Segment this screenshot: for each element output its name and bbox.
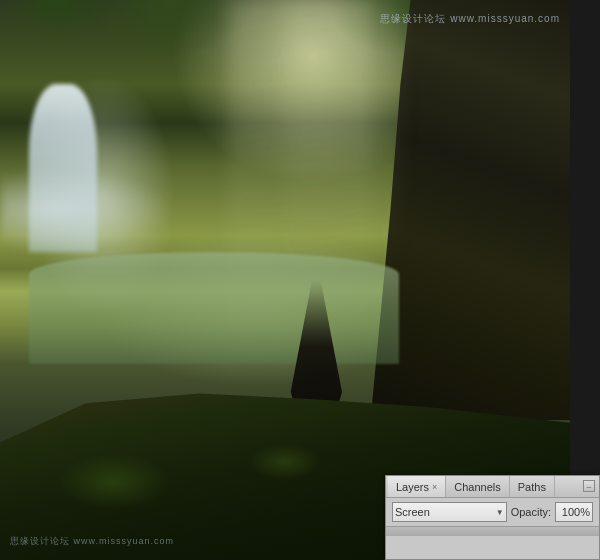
tab-layers[interactable]: Layers ×: [388, 476, 446, 497]
blend-mode-value: Screen: [395, 506, 430, 518]
minimize-icon: –: [587, 482, 591, 491]
water-pool: [29, 252, 400, 364]
opacity-value: 100%: [562, 506, 590, 518]
watermark-bottom: 思缘设计论坛 www.misssyuan.com: [10, 535, 174, 548]
panel-bottom-strip: [386, 526, 599, 536]
opacity-label: Opacity:: [511, 506, 551, 518]
tab-paths[interactable]: Paths: [510, 476, 555, 497]
tab-channels-label: Channels: [454, 481, 500, 493]
panel-tabs: Layers × Channels Paths –: [386, 476, 599, 498]
blend-mode-arrow-icon: ▼: [496, 508, 504, 517]
opacity-input[interactable]: 100%: [555, 502, 593, 522]
panel-minimize-button[interactable]: –: [583, 480, 595, 492]
layers-panel: Layers × Channels Paths – Screen ▼ Opaci…: [385, 475, 600, 560]
blend-mode-dropdown[interactable]: Screen ▼: [392, 502, 507, 522]
tab-paths-label: Paths: [518, 481, 546, 493]
tab-layers-close[interactable]: ×: [432, 482, 437, 492]
tab-layers-label: Layers: [396, 481, 429, 493]
tab-channels[interactable]: Channels: [446, 476, 509, 497]
panel-controls: Screen ▼ Opacity: 100%: [386, 498, 599, 526]
waterfall-mist: [0, 168, 171, 252]
watermark-top: 思缘设计论坛 www.misssyuan.com: [380, 12, 560, 26]
light-ray-2: [285, 0, 399, 280]
